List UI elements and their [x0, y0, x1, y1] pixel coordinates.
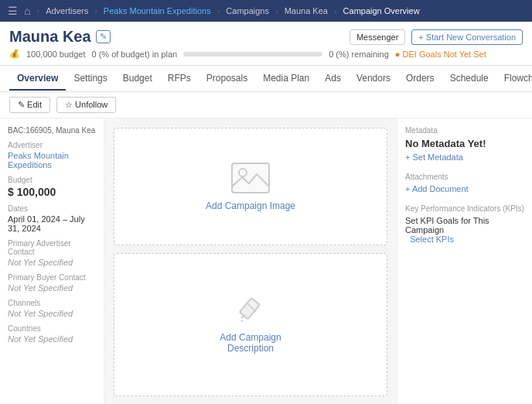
title-group: Mauna Kea ✎ [9, 28, 111, 46]
svg-rect-2 [240, 298, 260, 319]
center-content: Add Campaign Image Add CampaignDescripti… [104, 118, 397, 404]
unfollow-button[interactable]: ☆ Unfollow [56, 97, 116, 113]
primary-buyer-label: Primary Buyer Contact [8, 273, 96, 282]
breadcrumb-advertisers[interactable]: Advertisers [46, 6, 88, 15]
pencil-icon [236, 295, 265, 324]
messenger-button[interactable]: Messenger [350, 29, 405, 45]
tabs-bar: Overview Settings Budget RFPs Proposals … [0, 66, 532, 92]
tab-mediaplan[interactable]: Media Plan [255, 67, 317, 91]
header-actions: Messenger + Start New Conversation [350, 29, 523, 45]
countries-value: Not Yet Specified [8, 334, 96, 344]
budget-label: Budget [8, 176, 96, 184]
channels-label: Channels [8, 299, 96, 307]
tab-orders[interactable]: Orders [398, 67, 442, 91]
add-image-label: Add Campaign Image [206, 200, 295, 211]
budget-value: $ 100,000 [8, 186, 96, 198]
budget-icon: 💰 [9, 49, 20, 59]
svg-rect-0 [232, 163, 269, 193]
primary-advertiser-label: Primary Advertiser Contact [8, 239, 96, 256]
left-sidebar: BAC:166905, Mauna Kea Advertiser Peaks M… [0, 118, 104, 404]
select-kpis-link[interactable]: Select KPIs [410, 235, 454, 244]
set-kpi-text: Set KPI Goals for This Campaign [405, 216, 524, 235]
edit-button[interactable]: ✎ Edit [9, 97, 50, 113]
svg-marker-4 [240, 320, 244, 322]
bac-id: BAC:166905, Mauna Kea [8, 126, 96, 135]
tab-ads[interactable]: Ads [317, 67, 349, 91]
remaining-text: 0 (%) remaining [329, 50, 389, 59]
primary-advertiser-value: Not Yet Specified [8, 258, 96, 267]
budget-progress-bar [183, 52, 322, 56]
add-campaign-image-box[interactable]: Add Campaign Image [114, 128, 387, 245]
tab-rfps[interactable]: RFPs [160, 67, 199, 91]
advertiser-value[interactable]: Peaks Mountain Expeditions [8, 151, 96, 169]
dates-value: April 01, 2024 – July 31, 2024 [8, 214, 96, 233]
campaign-title: Mauna Kea [9, 28, 91, 46]
dates-label: Dates [8, 204, 96, 213]
metadata-section: Metadata No Metadata Yet! Set Metadata [405, 126, 524, 162]
kpi-label: Key Performance Indicators (KPIs) [405, 204, 524, 213]
budget-bar: 💰 100,000 budget 0 (% of budget) in plan… [9, 49, 523, 59]
breadcrumb-peaks[interactable]: Peaks Mountain Expeditions [104, 6, 211, 15]
metadata-label: Metadata [405, 126, 524, 135]
tab-settings[interactable]: Settings [66, 67, 114, 91]
add-document-link[interactable]: Add Document [405, 184, 469, 193]
advertiser-label: Advertiser [8, 141, 96, 149]
breadcrumb-maunakea[interactable]: Mauna Kea [285, 6, 328, 15]
add-campaign-description-box[interactable]: Add CampaignDescription [114, 253, 387, 396]
tab-budget[interactable]: Budget [115, 67, 160, 91]
set-metadata-link[interactable]: Set Metadata [405, 152, 463, 162]
kpi-section: Key Performance Indicators (KPIs) Set KP… [405, 204, 524, 244]
budget-text: 100,000 budget [26, 50, 85, 59]
tab-flowchart[interactable]: Flowchart [496, 67, 532, 91]
attachments-label: Attachments [405, 173, 524, 181]
add-description-label: Add CampaignDescription [220, 332, 281, 354]
breadcrumb-campaigns[interactable]: Campaigns [226, 6, 269, 15]
right-panel: Metadata No Metadata Yet! Set Metadata A… [397, 118, 532, 404]
topnav: ☰ ⌂ › Advertisers › Peaks Mountain Exped… [0, 0, 532, 22]
main-layout: BAC:166905, Mauna Kea Advertiser Peaks M… [0, 118, 532, 404]
hamburger-icon[interactable]: ☰ [8, 5, 18, 17]
dei-badge[interactable]: ● DEI Goals Not Yet Set [395, 50, 486, 59]
primary-buyer-value: Not Yet Specified [8, 283, 96, 293]
budget-pct-text: 0 (% of budget) in plan [91, 50, 177, 59]
tab-schedule[interactable]: Schedule [442, 67, 496, 91]
header-bar: Mauna Kea ✎ Messenger + Start New Conver… [0, 22, 532, 66]
image-icon [230, 162, 271, 194]
countries-label: Countries [8, 324, 96, 333]
attachments-section: Attachments Add Document [405, 173, 524, 193]
metadata-title: No Metadata Yet! [405, 138, 524, 149]
tab-overview[interactable]: Overview [9, 67, 66, 91]
breadcrumb-overview[interactable]: Campaign Overview [343, 6, 420, 15]
home-icon[interactable]: ⌂ [24, 5, 30, 17]
title-row: Mauna Kea ✎ Messenger + Start New Conver… [9, 28, 523, 46]
tab-vendors[interactable]: Vendors [349, 67, 398, 91]
channels-value: Not Yet Specified [8, 309, 96, 318]
new-conversation-button[interactable]: + Start New Conversation [411, 29, 523, 45]
action-bar: ✎ Edit ☆ Unfollow [0, 92, 532, 118]
title-edit-icon[interactable]: ✎ [96, 30, 111, 43]
tab-proposals[interactable]: Proposals [199, 67, 255, 91]
